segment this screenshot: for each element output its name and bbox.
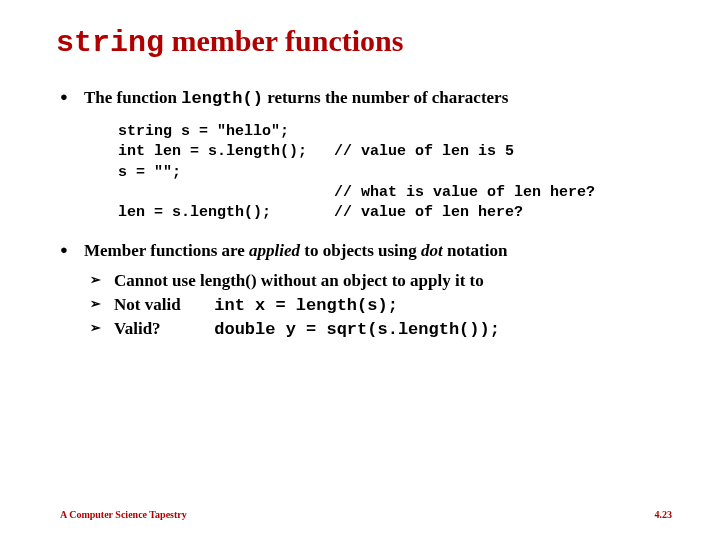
sub-cannot-use: Cannot use length() without an object to…	[84, 271, 672, 291]
sub-c-code: double y = sqrt(s.length());	[214, 320, 500, 339]
slide-title: string member functions	[56, 24, 672, 60]
code-block: string s = "hello"; int len = s.length()…	[118, 122, 672, 223]
bullet-list: The function length() returns the number…	[60, 88, 672, 339]
b2-t3: notation	[443, 241, 508, 260]
sub-a-text: Cannot use length() without an object to…	[114, 271, 484, 290]
bullet-dot-notation: Member functions are applied to objects …	[60, 241, 672, 339]
bullet1-mono: length()	[181, 89, 263, 108]
bullet-length-fn: The function length() returns the number…	[60, 88, 672, 223]
slide: string member functions The function len…	[0, 0, 720, 540]
sub-list: Cannot use length() without an object to…	[84, 271, 672, 339]
bullet2-text: Member functions are applied to objects …	[84, 241, 507, 260]
sub-c-label: Valid?	[114, 319, 210, 339]
title-mono: string	[56, 26, 164, 60]
footer-page-number: 4.23	[655, 509, 673, 520]
bullet1-t1: The function	[84, 88, 181, 107]
bullet1-t2: returns the number of characters	[263, 88, 508, 107]
sub-not-valid: Not valid int x = length(s);	[84, 295, 672, 315]
sub-b-code: int x = length(s);	[214, 296, 398, 315]
b2-t2: to objects using	[300, 241, 421, 260]
b2-i1: applied	[249, 241, 300, 260]
footer-book-title: A Computer Science Tapestry	[60, 509, 187, 520]
bullet1-text: The function length() returns the number…	[84, 88, 508, 107]
sub-b-label: Not valid	[114, 295, 210, 315]
b2-i2: dot	[421, 241, 443, 260]
b2-t1: Member functions are	[84, 241, 249, 260]
title-rest: member functions	[164, 24, 403, 57]
sub-valid: Valid? double y = sqrt(s.length());	[84, 319, 672, 339]
